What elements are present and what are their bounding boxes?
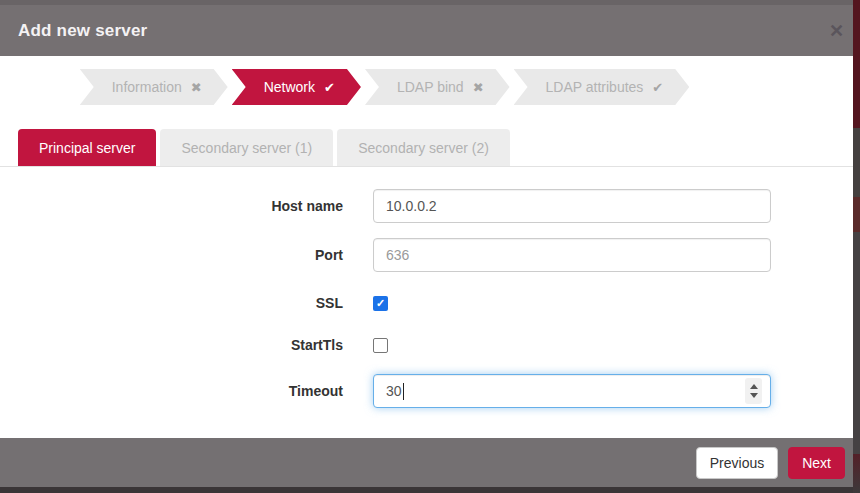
server-tabs: Principal server Secondary server (1) Se… bbox=[0, 129, 853, 167]
add-new-server-dialog: Add new server ✕ Information ✖ Network ✔… bbox=[0, 0, 860, 493]
step-label: Information bbox=[112, 79, 182, 95]
previous-button[interactable]: Previous bbox=[696, 447, 778, 479]
tab-secondary-server-2[interactable]: Secondary server (2) bbox=[337, 129, 510, 166]
port-row: Port bbox=[0, 238, 853, 272]
starttls-checkbox[interactable] bbox=[373, 338, 388, 353]
cross-icon: ✖ bbox=[473, 80, 484, 95]
check-icon: ✓ bbox=[376, 298, 385, 309]
timeout-label: Timeout bbox=[0, 383, 343, 399]
tab-principal-server[interactable]: Principal server bbox=[18, 129, 156, 166]
check-icon: ✔ bbox=[652, 80, 663, 95]
page-edge-bottom bbox=[0, 487, 860, 493]
ssl-row: SSL ✓ bbox=[0, 293, 853, 313]
step-information[interactable]: Information ✖ bbox=[80, 69, 228, 105]
spinner-down-icon[interactable] bbox=[750, 393, 758, 398]
tab-secondary-server-1[interactable]: Secondary server (1) bbox=[160, 129, 333, 166]
step-label: LDAP attributes bbox=[546, 79, 644, 95]
close-icon[interactable]: ✕ bbox=[829, 22, 844, 40]
number-spinner[interactable] bbox=[745, 378, 762, 404]
port-input[interactable] bbox=[373, 238, 771, 272]
check-icon: ✔ bbox=[324, 80, 335, 95]
modal-footer: Previous Next bbox=[0, 438, 860, 487]
network-form: Host name Port SSL ✓ StartTls Timeout bbox=[0, 189, 853, 408]
timeout-row: Timeout 30 bbox=[0, 374, 853, 408]
modal-header: Add new server ✕ bbox=[0, 0, 860, 56]
wizard-steps: Information ✖ Network ✔ LDAP bind ✖ LDAP… bbox=[0, 69, 809, 105]
starttls-label: StartTls bbox=[0, 337, 343, 353]
step-ldap-bind[interactable]: LDAP bind ✖ bbox=[365, 69, 510, 105]
timeout-input[interactable]: 30 bbox=[373, 374, 771, 408]
port-label: Port bbox=[0, 247, 343, 263]
ssl-checkbox[interactable]: ✓ bbox=[373, 296, 388, 311]
step-network[interactable]: Network ✔ bbox=[232, 69, 361, 105]
next-button[interactable]: Next bbox=[788, 447, 845, 479]
text-caret bbox=[403, 383, 404, 400]
cross-icon: ✖ bbox=[191, 80, 202, 95]
starttls-row: StartTls bbox=[0, 335, 853, 355]
modal-body: Information ✖ Network ✔ LDAP bind ✖ LDAP… bbox=[0, 56, 853, 438]
step-label: Network bbox=[264, 79, 315, 95]
timeout-value: 30 bbox=[386, 383, 402, 399]
page-edge-right bbox=[853, 0, 860, 493]
host-name-input[interactable] bbox=[373, 189, 771, 223]
step-ldap-attributes[interactable]: LDAP attributes ✔ bbox=[514, 69, 690, 105]
spinner-up-icon[interactable] bbox=[750, 384, 758, 389]
step-label: LDAP bind bbox=[397, 79, 464, 95]
ssl-label: SSL bbox=[0, 295, 343, 311]
host-name-row: Host name bbox=[0, 189, 853, 223]
modal-title: Add new server bbox=[0, 21, 147, 41]
host-name-label: Host name bbox=[0, 198, 343, 214]
